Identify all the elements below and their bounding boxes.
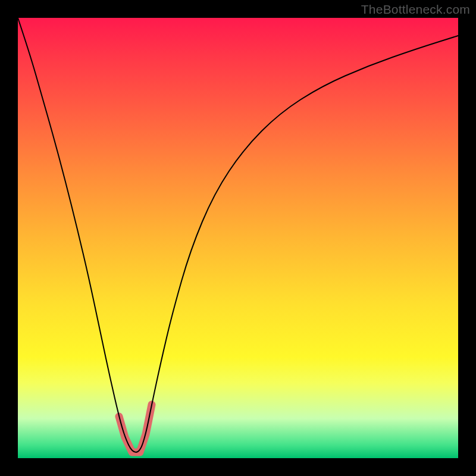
bottleneck-curve — [18, 18, 458, 452]
watermark-text: TheBottleneck.com — [361, 2, 470, 17]
bottleneck-chart — [18, 18, 458, 458]
